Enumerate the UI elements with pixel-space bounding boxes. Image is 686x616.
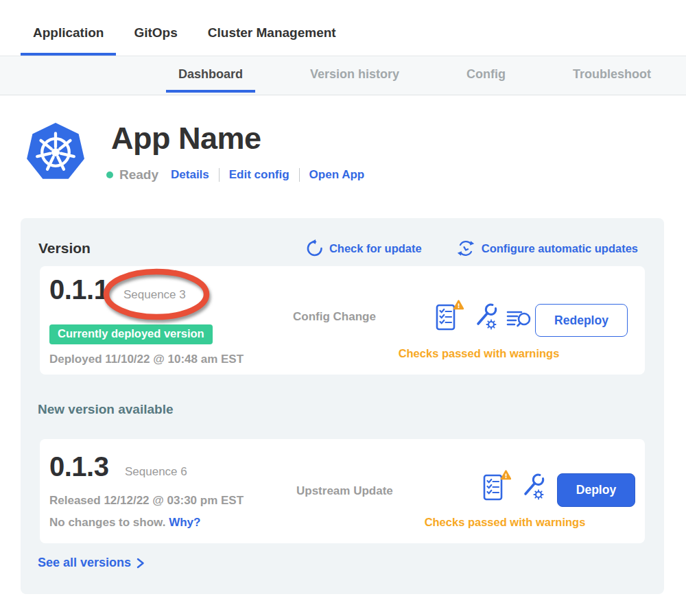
divider <box>219 168 220 182</box>
see-all-versions-link[interactable]: See all versions <box>38 556 145 570</box>
checks-status-text: Checks passed with warnings <box>368 516 642 529</box>
refresh-icon <box>305 239 323 257</box>
warning-badge <box>458 303 460 306</box>
why-link[interactable]: Why? <box>169 516 200 529</box>
released-timestamp: Released 12/12/22 @ 03:30 pm EST <box>49 494 244 508</box>
version-section: Version Check for update <box>21 218 664 594</box>
currently-deployed-badge: Currently deployed version <box>49 324 213 344</box>
check-for-update-link[interactable]: Check for update <box>305 239 422 257</box>
app-status-row: Ready Details Edit config Open App <box>106 167 364 182</box>
primary-nav: Application GitOps Cluster Management <box>0 0 686 56</box>
config-wrench-icon[interactable] <box>520 472 545 502</box>
tab-dashboard[interactable]: Dashboard <box>166 56 255 93</box>
available-version-card: 0.1.3 Sequence 6 Released 12/12/22 @ 03:… <box>40 439 645 543</box>
version-section-title: Version <box>38 240 91 257</box>
current-version-number: 0.1.1 <box>49 274 108 305</box>
status-dot-icon <box>106 171 113 178</box>
checks-status-text: Checks passed with warnings <box>342 347 616 360</box>
edit-config-link[interactable]: Edit config <box>229 168 289 182</box>
preflight-checks-icon[interactable] <box>482 469 511 502</box>
chevron-right-icon <box>137 557 145 569</box>
version-source-label: Config Change <box>293 310 376 324</box>
tab-version-history[interactable]: Version history <box>298 56 412 93</box>
config-wrench-icon[interactable] <box>473 302 497 332</box>
tab-troubleshoot[interactable]: Troubleshoot <box>560 56 663 93</box>
details-link[interactable]: Details <box>171 168 209 182</box>
current-version-card: 0.1.1 Sequence 3 Currently deployed vers… <box>40 266 645 375</box>
release-notes-icon[interactable] <box>506 306 532 332</box>
tab-config[interactable]: Config <box>454 56 518 93</box>
app-sub-nav: Dashboard Version history Config Trouble… <box>0 56 686 95</box>
tab-application[interactable]: Application <box>21 9 116 56</box>
new-version-heading: New version available <box>38 402 174 417</box>
open-app-link[interactable]: Open App <box>309 168 365 182</box>
status-badge: Ready <box>119 167 158 182</box>
preflight-checks-icon[interactable] <box>435 299 464 332</box>
divider <box>299 168 300 182</box>
current-version-sequence: Sequence 3 <box>123 288 186 302</box>
warning-badge <box>506 473 507 476</box>
tab-gitops[interactable]: GitOps <box>121 9 189 56</box>
configure-automatic-updates-link[interactable]: Configure automatic updates <box>456 239 638 258</box>
available-version-number: 0.1.3 <box>49 451 108 482</box>
version-source-label: Upstream Update <box>296 484 393 498</box>
deployed-timestamp: Deployed 11/10/22 @ 10:48 am EST <box>49 353 244 366</box>
schedule-icon <box>456 239 475 258</box>
available-version-sequence: Sequence 6 <box>125 465 187 479</box>
redeploy-button[interactable]: Redeploy <box>535 304 628 337</box>
no-changes-text: No changes to show. Why? <box>49 516 200 530</box>
tab-cluster-management[interactable]: Cluster Management <box>196 9 348 56</box>
page-title: App Name <box>111 121 261 156</box>
deploy-button[interactable]: Deploy <box>557 473 635 507</box>
kubernetes-logo-icon <box>26 121 85 183</box>
